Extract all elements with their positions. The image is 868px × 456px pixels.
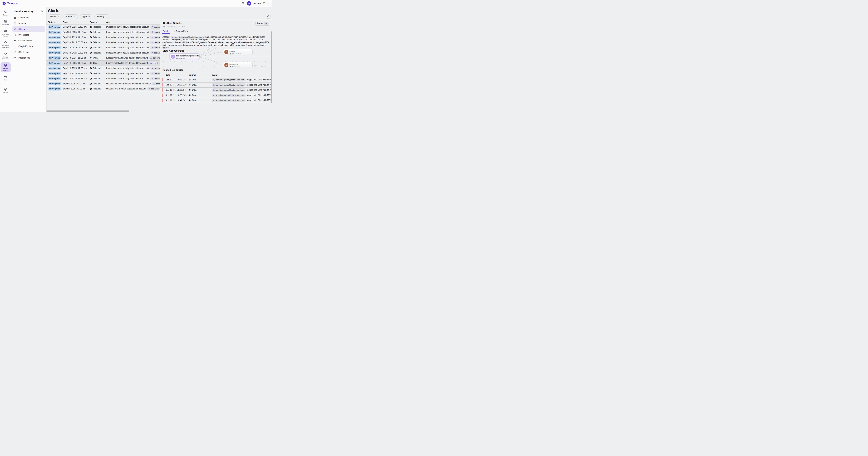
filter-status[interactable]: Status [48,15,61,19]
view-access-path-heading[interactable]: View Access Path› [162,49,186,52]
account-chip[interactable]: benarent [150,46,160,49]
alert-row[interactable]: In ProgressSep 5th 2025, 09:10 amTelepor… [46,86,160,91]
rail-item-machine-workload-id[interactable]: Machine & Workload ID [1,39,10,50]
severity-bar [162,83,163,87]
sidebar-item-dashboard[interactable]: Dashboard [12,15,45,20]
panel-timestamp: Sep 17th 2025, 11:13 am [163,25,185,27]
account-chip[interactable]: thedevelopnik [150,77,160,80]
filter-label: Severity [96,15,104,18]
sidebar-item-sql-editor[interactable]: SQL Editor [12,49,45,55]
access-path-node-okta-group[interactable]: okta-adminOkta Group [223,62,253,67]
log-row[interactable]: Sep 17 11:13:47.701Oktaben+integrator@go… [160,97,272,103]
access-path-node-okta-user[interactable]: ben+integrator@goteleport.c...Okta User [169,53,199,60]
rail-item-add-new[interactable]: Add New [1,86,10,94]
notifications-bell-icon[interactable] [241,2,245,5]
sidebar-item-label: Browse [19,22,26,25]
account-chip[interactable]: benarent [150,51,160,54]
sidebar-item-graph-explorer[interactable]: Graph Explorer [12,44,45,49]
alert-row[interactable]: In ProgressSep 17th 2025, 11:13 amOktaEx… [46,60,160,66]
account-chip[interactable]: benarent [147,87,160,90]
log-row[interactable]: Sep 17 11:14:38.230Oktaben+integrator@go… [160,82,272,88]
teleport-icon [90,52,92,54]
log-date: Sep 17 11:13:59.046 [166,89,189,91]
alert-row[interactable]: In ProgressSep 12th 2025, 17:23 pmTelepo… [46,66,160,71]
sidebar-item-crown-jewels[interactable]: Crown Jewels [12,38,45,43]
sidebar-item-alerts[interactable]: Alerts [12,26,45,32]
user-icon [153,83,155,85]
account-chip[interactable]: ben+integrator@goteleport.com [212,99,246,102]
account-chip[interactable]: ben+integrator@goteleport.com [149,61,160,65]
alert-details-panel: Alert Details Close esc Sep 17th 2025, 1… [160,20,272,112]
close-label: Close [257,22,263,25]
investigate-icon [14,33,17,36]
account-chip[interactable]: ben+integrator@goteleport.com [170,36,205,38]
alert-source: Teleport [93,41,100,44]
okta-icon [189,94,191,96]
filter-source[interactable]: Source [64,15,78,19]
account-chip[interactable]: benarent [150,31,160,34]
account-chip[interactable]: thedevelopnik [150,72,160,75]
access-path-node-teleport-role[interactable]: reviewerTeleport Role [223,49,253,55]
alert-text: Unusual connector update detected for ac… [106,83,151,85]
log-row[interactable]: Sep 17 11:13:53.963Oktaben+integrator@go… [160,93,272,98]
horizontal-scrollbar[interactable] [46,111,129,112]
account-chip[interactable]: ben+integrator@goteleport.com [149,56,160,60]
alert-row[interactable]: In ProgressSep 25th 2025, 11:18 amTelepo… [46,30,160,35]
close-button[interactable]: Close esc [255,21,270,26]
access-path-section: View Access Path› ben+integrator@gotelep [160,48,272,67]
log-row[interactable]: Sep 17 11:13:59.046Oktaben+integrator@go… [160,87,272,93]
alert-row[interactable]: In ProgressSep 5th 2025, 09:10 amTelepor… [46,81,160,86]
alert-row[interactable]: In ProgressSep 23rd 2025, 03:08 amTelepo… [46,40,160,45]
alert-row[interactable]: In ProgressSep 23rd 2025, 03:08 amTelepo… [46,50,160,55]
okta-icon [162,22,165,24]
vertical-scrollbar[interactable] [271,31,272,103]
refresh-button[interactable] [266,14,271,19]
collapse-sidebar-icon[interactable] [41,10,44,13]
alert-row[interactable]: In ProgressSep 29th 2025, 06:20 amTelepo… [46,24,160,30]
account-chip[interactable]: ben+integrator@goteleport.com [212,83,246,86]
rail-item-identity-security[interactable]: Identity Security [1,62,10,73]
warning-triangle-icon [14,28,17,31]
rail-item-resources[interactable]: Resources [1,19,10,27]
user-menu[interactable]: B benarent [247,1,270,5]
sidebar-item-integrations[interactable]: Integrations [12,55,45,60]
sidebar-item-investigate[interactable]: Investigate [12,32,45,37]
chevron-down-icon [57,16,59,18]
topbar: Teleport B benarent [0,0,272,7]
alert-date: Sep 23rd 2025, 03:08 am [63,52,90,54]
account-chip[interactable]: ben+integrator@goteleport.com [212,78,246,82]
alert-row[interactable]: In ProgressSep 17th 2025, 11:13 amOktaEx… [46,55,160,60]
teleport-icon [90,41,92,44]
account-chip[interactable]: ben+integrator@goteleport.com [212,88,246,92]
panel-tabs: Details Access Path [160,29,272,33]
rail-item-audit[interactable]: Audit [1,74,10,82]
account-chip[interactable]: thedevelopnik [150,66,160,70]
alert-source: Okta [93,62,98,64]
tab-access-path[interactable]: Access Path [172,29,188,33]
log-row[interactable]: Sep 17 11:14:38.241Oktaben+integrator@go… [160,77,272,82]
teleport-logo[interactable]: Teleport [2,2,18,5]
rail-item-search[interactable]: Search [1,9,10,17]
account-chip[interactable]: ben+integrator@goteleport.com [212,94,246,97]
alert-row[interactable]: In ProgressSep 23rd 2025, 03:08 amTelepo… [46,45,160,50]
rail-item-zero-trust-access[interactable]: Zero Trust Access [1,28,10,38]
account-chip[interactable]: benarent [152,82,160,85]
filter-label: Source [66,15,72,18]
account-chip[interactable]: benarent [150,36,160,39]
alert-row[interactable]: In ProgressSep 12th 2025, 17:23 pmTelepo… [46,76,160,81]
filter-type[interactable]: Type [80,15,92,19]
account-chip[interactable]: benarent [150,41,160,44]
alert-row[interactable]: In ProgressSep 12th 2025, 17:23 pmTelepo… [46,71,160,76]
search-icon [4,10,7,13]
user-icon [151,36,153,38]
rail-item-label: Resources [2,24,9,25]
filter-severity[interactable]: Severity [94,15,110,19]
log-column-event: Event [212,74,272,76]
sidebar-item-browse[interactable]: Browse [12,21,45,26]
alert-row[interactable]: In ProgressSep 25th 2025, 11:18 amTelepo… [46,34,160,40]
alert-date: Sep 5th 2025, 09:10 am [63,88,90,90]
rail-item-identity-governance[interactable]: Identity Governance [1,51,10,61]
tab-details[interactable]: Details [163,29,169,33]
left-rail: SearchResourcesZero Trust AccessMachine … [0,7,11,112]
account-chip[interactable]: benarent [150,25,160,29]
